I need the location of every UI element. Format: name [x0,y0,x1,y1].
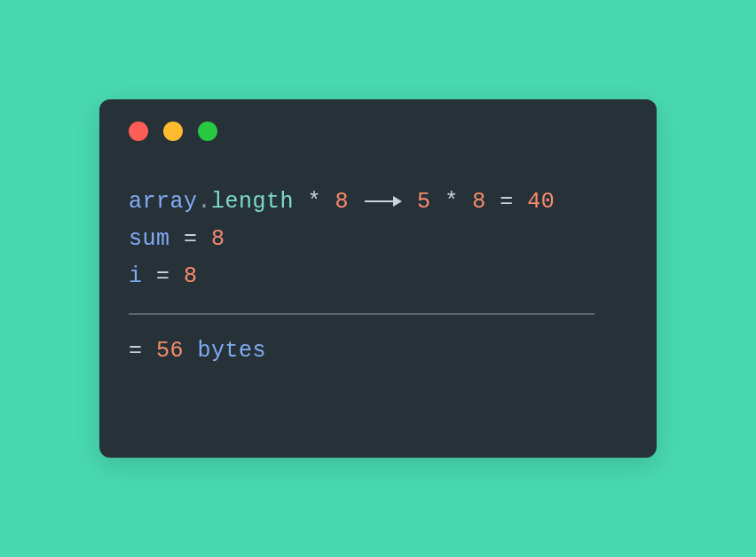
window-controls [129,122,627,141]
maximize-icon[interactable] [198,122,217,141]
number-8-d: 8 [184,263,198,289]
code-line-1: array.length * 8 5 * 8 = 40 [129,184,627,221]
variable-i: i [129,263,143,289]
number-8: 8 [335,189,350,215]
equals-result: = [129,338,156,364]
code-line-3: i = 8 [129,258,627,295]
equals-op: = [486,189,528,215]
property-length: length [211,189,294,215]
code-content: array.length * 8 5 * 8 = 40 sum = 8 i = … [129,184,627,370]
minimize-icon[interactable] [163,122,183,141]
dot-operator: . [198,189,212,215]
terminal-window: array.length * 8 5 * 8 = 40 sum = 8 i = … [99,99,657,458]
number-56: 56 [156,338,184,364]
multiply-op-2: * [431,189,473,215]
equals-op-2: = [170,226,212,252]
number-40: 40 [527,189,555,215]
number-5: 5 [417,189,431,215]
variable-array: array [129,189,198,215]
multiply-op: * [294,189,335,215]
divider-line [129,313,595,315]
equals-op-3: = [143,263,185,289]
unit-bytes: bytes [184,338,266,364]
code-line-4: = 56 bytes [129,333,627,370]
number-8-b: 8 [472,189,486,215]
variable-sum: sum [129,226,170,252]
close-icon[interactable] [129,122,148,141]
code-line-2: sum = 8 [129,221,627,258]
number-8-c: 8 [211,226,225,252]
